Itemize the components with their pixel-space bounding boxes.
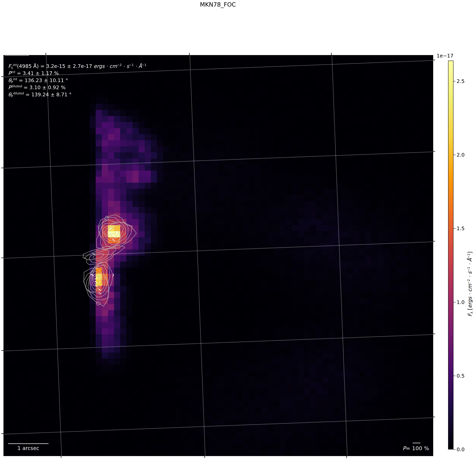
arcsec-scalebar xyxy=(8,443,49,444)
frame-tick xyxy=(189,53,190,55)
figure-title: MKN78_FOC xyxy=(200,1,236,8)
image-axes: Fλint(4985 Å) = 3.2e-15 ± 2.7e-17 ergs ·… xyxy=(3,55,433,456)
grid-line-horizontal xyxy=(4,151,433,169)
frame-tick xyxy=(331,53,332,55)
grid-line-vertical xyxy=(189,55,206,456)
frame-tick xyxy=(433,241,435,242)
colorbar-tick-label: 2.0 xyxy=(457,152,465,158)
grid-line-vertical xyxy=(45,55,63,456)
colorbar-tick-label: 2.5 xyxy=(457,78,465,84)
frame-tick xyxy=(1,433,3,434)
colorbar-tick xyxy=(453,449,456,450)
colorbar-tick xyxy=(453,302,456,302)
grid-line-horizontal xyxy=(4,334,433,352)
wcs-grid xyxy=(4,55,433,456)
grid-line-horizontal xyxy=(4,416,433,435)
colorbar-offset-label: 1e−17 xyxy=(437,53,454,59)
pol-diluted-annotation: Pdiluted = 3.10 ± 0.92 % xyxy=(8,83,146,90)
colorbar-tick-label: 1.0 xyxy=(457,299,465,305)
pol-int-annotation: Pint = 3.41 ± 1.17 % xyxy=(8,68,146,75)
frame-tick xyxy=(433,417,435,417)
measurement-annotations: Fλint(4985 Å) = 3.2e-15 ± 2.7e-17 ergs ·… xyxy=(8,61,146,97)
colorbar-tick-label: 0.5 xyxy=(457,373,465,379)
gridline-edge-segment xyxy=(5,55,29,56)
colorbar-tick-label: 1.5 xyxy=(457,225,465,231)
frame-tick xyxy=(204,456,205,458)
grid-line-horizontal xyxy=(4,241,433,259)
colorbar-tick-label: 0.0 xyxy=(457,447,465,452)
colorbar-tick xyxy=(453,376,456,376)
theta-int-annotation: θPint = 136.23 ± 10.11 ° xyxy=(8,75,146,83)
grid-line-vertical xyxy=(331,55,348,456)
polarization-scale-label: P= 100 % xyxy=(395,445,433,451)
colorbar-tick xyxy=(453,228,456,229)
frame-tick xyxy=(1,350,3,351)
frame-tick xyxy=(1,168,3,168)
frame-tick xyxy=(1,76,3,77)
frame-tick xyxy=(433,151,435,151)
flux-annotation: Fλint(4985 Å) = 3.2e-15 ± 2.7e-17 ergs ·… xyxy=(8,61,146,68)
polarization-scale-line xyxy=(413,443,420,443)
theta-diluted-annotation: θPdiluted = 139.24 ± 8.71 ° xyxy=(8,90,146,97)
frame-tick xyxy=(433,334,435,334)
frame-tick xyxy=(61,456,61,458)
colorbar-tick xyxy=(453,81,456,81)
colorbar xyxy=(448,61,453,450)
arcsec-scalebar-label: 1 arcsec xyxy=(8,445,49,451)
colorbar-axis-label: Fλ [ergs · cm−2 · s−1 · Å−1] xyxy=(467,251,474,317)
frame-tick xyxy=(346,456,347,458)
colorbar-tick xyxy=(453,155,456,155)
frame-tick xyxy=(433,60,435,60)
frame-tick xyxy=(1,258,3,258)
image-axes-clip: Fλint(4985 Å) = 3.2e-15 ± 2.7e-17 ergs ·… xyxy=(4,55,433,456)
figure-root: MKN78_FOC Fλint(4985 Å) = 3.2e-15 ± 2.7e… xyxy=(0,0,476,459)
frame-tick xyxy=(46,53,46,55)
